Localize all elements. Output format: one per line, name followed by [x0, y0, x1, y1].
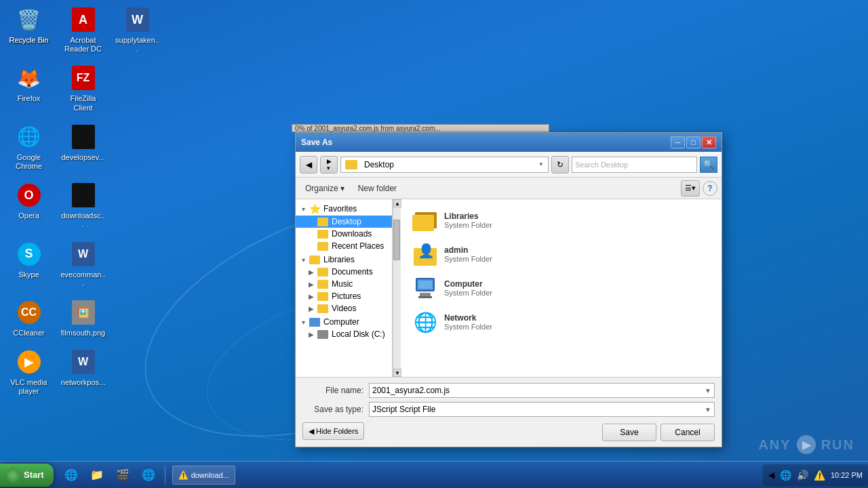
desktop-icon-chrome[interactable]: 🌐 GoogleChrome — [3, 121, 54, 174]
desktop-icon-word[interactable]: W supplytaken... — [112, 3, 163, 56]
tree-favorites[interactable]: ▾ ⭐ Favorites — [296, 202, 392, 216]
acrobat-icon: A — [70, 6, 97, 33]
desktop-icon-skype[interactable]: S Skype — [3, 238, 54, 291]
address-bar: ◀ ▶▾ Desktop ▼ ↻ Search Desktop 🔍 — [296, 152, 722, 178]
taskbar-active-item[interactable]: ⚠️ download... — [172, 466, 235, 485]
organize-btn[interactable]: Organize ▾ — [300, 182, 350, 195]
new-folder-btn[interactable]: New folder — [353, 182, 402, 195]
tree-scrollbar[interactable]: ▲ ▼ — [393, 199, 401, 377]
desktop-icon-developsev[interactable]: developsev... — [58, 121, 108, 174]
music-expand[interactable]: ▶ — [307, 279, 316, 289]
scroll-thumb[interactable] — [393, 220, 400, 260]
networkpos-label: networkpos... — [61, 378, 105, 387]
tree-videos[interactable]: ▶ Videos — [296, 302, 392, 314]
desktop-icon-networkpos[interactable]: W networkpos... — [58, 346, 108, 399]
computer-expand[interactable]: ▾ — [298, 317, 308, 327]
tree-music[interactable]: ▶ Music — [296, 278, 392, 290]
favorites-section: ▾ ⭐ Favorites Desktop Downloads — [296, 202, 392, 252]
dialog-minimize-btn[interactable]: ─ — [671, 136, 685, 148]
desktop-icon-acrobat[interactable]: A AcrobatReader DC — [58, 3, 108, 56]
taskbar-chrome-quick[interactable]: 🌐 — [136, 466, 161, 485]
tree-documents[interactable]: ▶ Documents — [296, 266, 392, 278]
taskbar-item-icon: ⚠️ — [178, 470, 189, 480]
recycle-icon: 🗑️ — [16, 6, 43, 33]
list-item-network[interactable]: 🌐 Network System Folder — [406, 306, 716, 338]
docs-expand[interactable]: ▶ — [307, 267, 316, 277]
scroll-down-btn[interactable]: ▼ — [393, 369, 401, 377]
list-item-libraries[interactable]: Libraries System Folder — [406, 205, 716, 236]
tray-network-icon[interactable]: 🌐 — [780, 470, 791, 481]
help-btn[interactable]: ? — [703, 181, 717, 196]
computer-info: Computer System Folder — [444, 279, 492, 297]
desktop-icon-firefox[interactable]: 🦊 Firefox — [3, 62, 54, 115]
admin-folder-icon: 👤 — [412, 243, 439, 266]
start-label: Start — [24, 470, 44, 480]
clock: 10:22 PM — [831, 471, 863, 479]
admin-name: admin — [444, 245, 492, 255]
refresh-btn[interactable]: ↻ — [551, 156, 569, 174]
tree-pictures[interactable]: ▶ Pictures — [296, 290, 392, 302]
acrobat-label: AcrobatReader DC — [64, 36, 102, 54]
downloads-label: Downloads — [332, 229, 372, 239]
address-dropdown[interactable]: Desktop ▼ — [340, 157, 549, 173]
downloads-folder-icon — [317, 230, 328, 239]
tree-recent-places[interactable]: Recent Places — [296, 240, 392, 252]
libraries-expand[interactable]: ▾ — [298, 255, 308, 264]
vlc-label: VLC mediaplayer — [10, 378, 47, 396]
dialog-maximize-btn[interactable]: □ — [686, 136, 701, 148]
desktop-icon-ccleaner[interactable]: CC CCleaner — [3, 296, 54, 340]
taskbar-media[interactable]: 🎬 — [111, 466, 135, 485]
tray-warning-icon[interactable]: ⚠️ — [814, 470, 825, 481]
chrome-icon: 🌐 — [16, 123, 43, 150]
taskbar: Start 🌐 📁 🎬 🌐 ⚠️ download... ◀ 🌐 🔊 ⚠️ 10… — [0, 461, 868, 488]
videos-expand[interactable]: ▶ — [307, 304, 316, 313]
desktop-icon-filmsouth[interactable]: 🖼️ filmsouth.png — [58, 296, 108, 340]
start-button[interactable]: Start — [0, 464, 54, 487]
network-info: Network System Folder — [444, 313, 492, 331]
desktop-icon-downloadssc[interactable]: downloadsc... — [58, 179, 108, 232]
evecomman-label: evecomman... — [60, 270, 106, 288]
music-label: Music — [332, 279, 353, 289]
file-name-input[interactable]: 2001_asyura2.com.js ▼ — [369, 383, 715, 398]
tree-local-disk[interactable]: ▶ Local Disk (C:) — [296, 328, 392, 340]
taskbar-explorer[interactable]: 📁 — [85, 466, 109, 485]
desktop-icon-opera[interactable]: O Opera — [3, 179, 54, 232]
filmsouth-label: filmsouth.png — [61, 329, 105, 338]
libraries-label: Libraries — [323, 255, 355, 264]
dialog-close-btn[interactable]: ✕ — [702, 136, 716, 148]
tree-libraries[interactable]: ▾ Libraries — [296, 253, 392, 266]
list-item-computer[interactable]: Computer System Folder — [406, 272, 716, 304]
search-box[interactable]: Search Desktop — [572, 157, 697, 173]
tree-computer[interactable]: ▾ Computer — [296, 316, 392, 328]
views-btn[interactable]: ☰▾ — [681, 180, 700, 197]
taskbar-ie[interactable]: 🌐 — [59, 466, 83, 485]
back-btn[interactable]: ◀ — [300, 156, 317, 174]
libraries-section: ▾ Libraries ▶ Documents ▶ Music — [296, 253, 392, 314]
tray-arrow[interactable]: ◀ — [768, 470, 774, 480]
documents-label: Documents — [332, 267, 373, 277]
skype-icon: S — [16, 241, 43, 268]
hide-folders-btn[interactable]: ◀ Hide Folders — [302, 422, 364, 440]
search-btn[interactable]: 🔍 — [700, 157, 717, 173]
save-as-type-label: Save as type: — [302, 405, 363, 414]
hide-folders-arrow: ◀ — [309, 427, 314, 436]
disk-expand[interactable]: ▶ — [307, 329, 316, 339]
tree-desktop[interactable]: Desktop — [296, 216, 392, 228]
desktop-icon-vlc[interactable]: ▶ VLC mediaplayer — [3, 346, 54, 399]
recycle-label: Recycle Bin — [9, 36, 48, 45]
cancel-button[interactable]: Cancel — [660, 424, 715, 441]
desktop-icon-evecomman[interactable]: W evecomman... — [58, 238, 108, 291]
favorites-expand[interactable]: ▾ — [298, 204, 308, 214]
desktop-icon-recycle[interactable]: 🗑️ Recycle Bin — [3, 3, 54, 56]
list-item-admin[interactable]: 👤 admin System Folder — [406, 239, 716, 270]
pictures-expand[interactable]: ▶ — [307, 291, 316, 301]
scroll-up-btn[interactable]: ▲ — [393, 199, 401, 207]
desktop-icon-filezilla[interactable]: FZ FileZilla Client — [58, 62, 108, 115]
save-as-type-input[interactable]: JScript Script File ▼ — [369, 402, 715, 417]
save-button[interactable]: Save — [602, 424, 656, 441]
tree-downloads[interactable]: Downloads — [296, 228, 392, 240]
forward-btn[interactable]: ▶▾ — [320, 156, 338, 174]
tray-volume-icon[interactable]: 🔊 — [797, 470, 808, 481]
libraries-type: System Folder — [444, 221, 492, 229]
folder-front — [412, 215, 434, 231]
